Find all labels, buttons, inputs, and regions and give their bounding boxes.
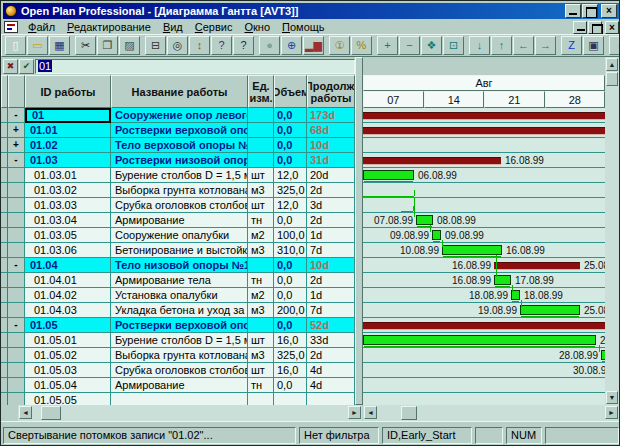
- table-row[interactable]: 01.05.03Срубка оголовков столбовшт16,04d: [1, 363, 355, 378]
- unit-cell[interactable]: тн: [248, 273, 274, 288]
- expand-toggle[interactable]: +: [8, 138, 25, 153]
- unit-cell[interactable]: м3: [248, 303, 274, 318]
- expand-toggle[interactable]: +: [8, 123, 25, 138]
- volume-cell[interactable]: [274, 393, 307, 405]
- restore-button[interactable]: [588, 21, 602, 34]
- summary-bar[interactable]: [363, 322, 605, 330]
- volume-cell[interactable]: 16,0: [274, 333, 307, 348]
- duration-cell[interactable]: 33d: [307, 333, 355, 348]
- name-cell[interactable]: Бурение столбов D = 1,5 м": [111, 333, 248, 348]
- row-selector[interactable]: [1, 138, 8, 153]
- move-down-button[interactable]: ↓: [469, 36, 490, 55]
- row-selector[interactable]: [1, 288, 8, 303]
- scroll-thumb[interactable]: [401, 406, 417, 420]
- title-bar[interactable]: Open Plan Professional - [Диаграмма Гант…: [3, 3, 619, 19]
- scroll-right-button[interactable]: ►: [605, 406, 618, 419]
- id-cell[interactable]: 01.02: [25, 138, 111, 153]
- id-cell[interactable]: 01.04.02: [25, 288, 111, 303]
- scroll-track[interactable]: [606, 71, 618, 391]
- table-row[interactable]: 01.04.02Установка опалубким20,01d: [1, 288, 355, 303]
- volume-cell[interactable]: 0,0: [274, 138, 307, 153]
- name-cell[interactable]: Армирование тела: [111, 273, 248, 288]
- task-bar[interactable]: [363, 170, 414, 180]
- restore-button[interactable]: [582, 4, 598, 18]
- id-cell[interactable]: 01.05.04: [25, 378, 111, 393]
- close-button[interactable]: ×: [605, 21, 619, 34]
- move-left-button[interactable]: ←: [513, 36, 534, 55]
- chart-h-scrollbar[interactable]: ◄►: [363, 405, 619, 421]
- name-cell[interactable]: Армирование: [111, 378, 248, 393]
- scroll-up-button[interactable]: ▲: [606, 58, 618, 71]
- summary-bar[interactable]: [363, 112, 605, 120]
- unit-cell[interactable]: тн: [248, 213, 274, 228]
- volume-cell[interactable]: 325,0: [274, 348, 307, 363]
- new-file-button[interactable]: ▯: [5, 36, 26, 55]
- name-cell[interactable]: Выборка грунта котлована: [111, 183, 248, 198]
- row-selector[interactable]: [1, 363, 8, 378]
- task-bar[interactable]: [442, 245, 502, 255]
- unit-cell[interactable]: [248, 123, 274, 138]
- table-row[interactable]: 01.05.02Выборка грунта котлованам3325,02…: [1, 348, 355, 363]
- ball-button[interactable]: ●: [259, 36, 280, 55]
- scroll-thumb[interactable]: [41, 406, 61, 420]
- id-cell[interactable]: 01.01: [25, 123, 111, 138]
- duration-cell[interactable]: 1d: [307, 228, 355, 243]
- name-cell[interactable]: Сооружение опор левого берега: [111, 108, 248, 123]
- table-row[interactable]: 01.04.01Армирование телатн0,02d: [1, 273, 355, 288]
- coin-button[interactable]: ①: [329, 36, 350, 55]
- table-row[interactable]: +01.01Ростверки верховой опоры №1 а/д0,0…: [1, 123, 355, 138]
- volume-cell[interactable]: 0,0: [274, 318, 307, 333]
- row-selector[interactable]: [1, 243, 8, 258]
- app-icon[interactable]: [5, 5, 17, 17]
- name-cell[interactable]: Бетонирование и выстойка бетона: [111, 243, 248, 258]
- display-button[interactable]: ▣: [583, 36, 604, 55]
- row-selector[interactable]: [1, 303, 8, 318]
- scroll-thumb[interactable]: [606, 72, 618, 86]
- id-cell[interactable]: 01.03.02: [25, 183, 111, 198]
- id-cell[interactable]: 01.03.03: [25, 198, 111, 213]
- volume-cell[interactable]: 0,0: [274, 258, 307, 273]
- duration-cell[interactable]: 2d: [307, 183, 355, 198]
- volume-cell[interactable]: 100,0: [274, 228, 307, 243]
- name-cell[interactable]: Армирование: [111, 213, 248, 228]
- task-bar[interactable]: [363, 335, 596, 345]
- unit-cell[interactable]: [248, 153, 274, 168]
- copy-button[interactable]: ❐: [97, 36, 118, 55]
- menu-item-вид[interactable]: Вид: [157, 21, 189, 33]
- row-selector[interactable]: [1, 153, 8, 168]
- duration-cell[interactable]: 1d: [307, 288, 355, 303]
- pane-splitter[interactable]: [355, 57, 363, 405]
- row-selector[interactable]: [1, 168, 8, 183]
- volume-cell[interactable]: 12,0: [274, 198, 307, 213]
- id-cell[interactable]: 01.04.03: [25, 303, 111, 318]
- id-cell[interactable]: 01.05.05: [25, 393, 111, 405]
- name-cell[interactable]: Срубка оголовков столбов: [111, 363, 248, 378]
- volume-cell[interactable]: 0,0: [274, 153, 307, 168]
- row-selector[interactable]: [1, 348, 8, 363]
- duration-cell[interactable]: 173d: [307, 108, 355, 123]
- percent-button[interactable]: %: [351, 36, 372, 55]
- task-bar[interactable]: [416, 215, 433, 225]
- inline-id-editor[interactable]: 01: [25, 108, 111, 123]
- table-row[interactable]: 01.03.02Выборка грунта котлованам3325,02…: [1, 183, 355, 198]
- volume-cell[interactable]: 16,0: [274, 363, 307, 378]
- table-row[interactable]: -01.05Ростверки верховой опоры №2 а/д0,0…: [1, 318, 355, 333]
- duration-cell[interactable]: 7d: [307, 303, 355, 318]
- row-selector[interactable]: [1, 318, 8, 333]
- unit-cell[interactable]: шт: [248, 363, 274, 378]
- name-cell[interactable]: [111, 393, 248, 405]
- volume-cell[interactable]: 0,0: [274, 123, 307, 138]
- table-h-scrollbar[interactable]: ◄►: [18, 405, 362, 421]
- unit-cell[interactable]: тн: [248, 378, 274, 393]
- close-button[interactable]: ×: [601, 4, 617, 18]
- id-cell[interactable]: 01.03.01: [25, 168, 111, 183]
- table-row[interactable]: 01.03.04Армированиетн0,02d: [1, 213, 355, 228]
- cancel-edit-button[interactable]: ✖: [3, 59, 18, 74]
- help-button[interactable]: ?: [211, 36, 232, 55]
- id-cell[interactable]: 01.04.01: [25, 273, 111, 288]
- summary-bar[interactable]: [363, 157, 501, 165]
- unit-cell[interactable]: м3: [248, 348, 274, 363]
- child-window-icon[interactable]: [4, 21, 18, 33]
- confirm-edit-button[interactable]: ✔: [19, 59, 34, 74]
- table-row[interactable]: -01Сооружение опор левого берега0,0173d: [1, 108, 355, 123]
